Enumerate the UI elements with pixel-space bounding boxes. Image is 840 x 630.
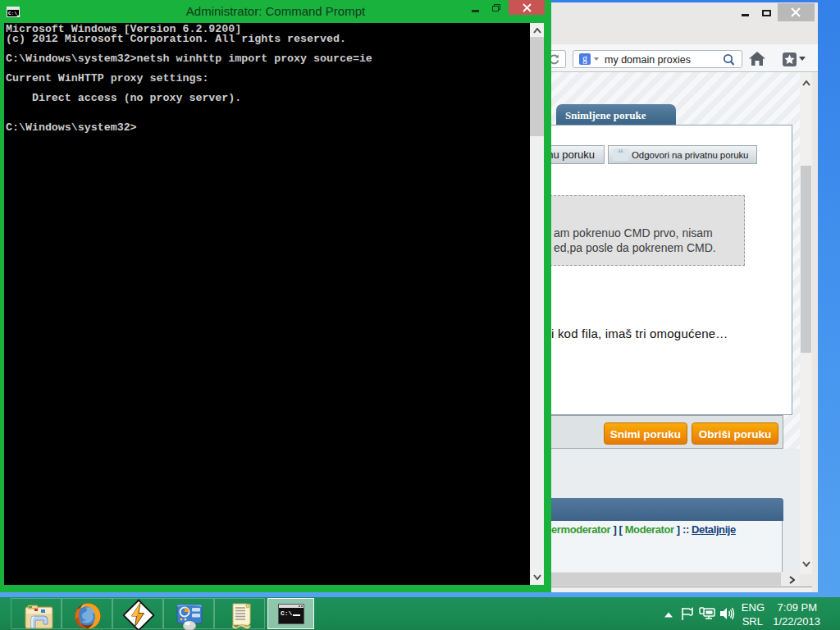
svg-text:C:\: C:\ [281,609,293,617]
